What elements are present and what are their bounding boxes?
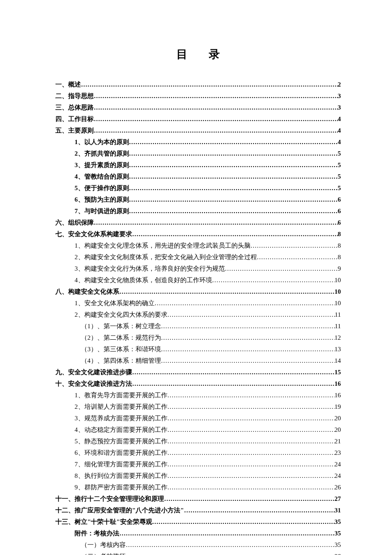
- toc-leader-dots: [94, 102, 338, 113]
- toc-entry-label: 六、组织保障: [55, 217, 94, 228]
- toc-title: 目录: [55, 47, 341, 62]
- toc-entry-label: 3、提升素质的原则: [75, 159, 129, 171]
- toc-entry-page: 10: [334, 298, 341, 309]
- toc-entry-label: 四、工作目标: [55, 113, 94, 125]
- toc-leader-dots: [167, 390, 335, 401]
- toc-entry-page: 19: [334, 401, 341, 413]
- toc-entry-label: （一）考核内容: [81, 539, 126, 551]
- toc-entry: （4）、第四体系：精细管理14: [55, 355, 341, 367]
- toc-entry: 7、细化管理方面需要开展的工作24: [55, 459, 341, 470]
- toc-entry-label: 5、便于操作的原则: [75, 182, 129, 194]
- toc-entry-page: 20: [334, 413, 341, 424]
- toc-entry-page: 5: [338, 182, 341, 194]
- toc-entry: 六、组织保障6: [55, 217, 341, 228]
- toc-entry-page: 21: [334, 436, 341, 447]
- toc-leader-dots: [167, 470, 335, 482]
- toc-entry: 十一、推行十二个安全管理理论和原理27: [55, 493, 341, 505]
- toc-entry-label: 1、教育先导方面需要开展的工作: [75, 390, 167, 401]
- toc-entry-page: 2: [338, 79, 341, 90]
- toc-entry-page: 4: [338, 125, 341, 136]
- toc-leader-dots: [152, 516, 334, 528]
- toc-entry: 3、提升素质的原则5: [55, 159, 341, 171]
- toc-entry-page: 6: [338, 217, 341, 228]
- toc-leader-dots: [212, 275, 335, 286]
- toc-entry-label: 4、构建安全文化物质体系，创造良好的工作环境: [75, 275, 212, 286]
- toc-entry-label: 5、静态预控方面需要开展的工作: [75, 436, 167, 447]
- toc-leader-dots: [167, 482, 335, 493]
- toc-entry: 1、构建安全文化理念体系，用先进的安全理念武装员工的头脑8: [55, 240, 341, 251]
- toc-entry-label: 2、构建安全文化制度体系，把安全文化融入到企业管理的全过程: [75, 251, 257, 263]
- toc-leader-dots: [161, 332, 335, 344]
- toc-leader-dots: [129, 194, 338, 205]
- toc-entry-page: 20: [334, 424, 341, 436]
- toc-entry-page: 13: [334, 344, 341, 355]
- toc-leader-dots: [129, 148, 338, 159]
- toc-leader-dots: [129, 159, 338, 171]
- toc-entry-label: 1、构建安全文化理念体系，用先进的安全理念武装员工的头脑: [75, 240, 251, 251]
- toc-leader-dots: [161, 355, 335, 367]
- document-page: 目录 一、概述2二、指导思想3三、总体思路3四、工作目标4五、主要原则41、以人…: [0, 0, 392, 555]
- toc-entry-page: 5: [338, 148, 341, 159]
- toc-entry: 4、管教结合的原则5: [55, 171, 341, 182]
- toc-entry-label: 三、总体思路: [55, 102, 94, 113]
- toc-leader-dots: [129, 182, 338, 194]
- toc-entry-label: 2、培训塑人方面需要开展的工作: [75, 401, 167, 413]
- toc-entry: 3、构建安全文化行为体系，培养良好的安全行为规范9: [55, 263, 341, 275]
- toc-entry: 附件：考核办法35: [55, 528, 341, 539]
- toc-entry-page: 31: [334, 505, 341, 516]
- toc-leader-dots: [126, 551, 334, 555]
- toc-leader-dots: [119, 528, 334, 539]
- toc-entry-page: 8: [338, 251, 341, 263]
- toc-leader-dots: [251, 240, 338, 251]
- toc-leader-dots: [167, 401, 335, 413]
- toc-entry-page: 10: [334, 286, 341, 298]
- toc-entry: （1）、第一体系：树立理念11: [55, 321, 341, 332]
- toc-entry: 8、执行到位方面需要开展的工作24: [55, 470, 341, 482]
- toc-leader-dots: [167, 459, 335, 470]
- toc-entry-page: 14: [334, 355, 341, 367]
- toc-leader-dots: [94, 125, 338, 136]
- toc-entry-label: （二）考核奖惩: [81, 551, 126, 555]
- toc-entry: 四、工作目标4: [55, 113, 341, 125]
- toc-entry-label: 九、安全文化建设推进步骤: [55, 367, 132, 378]
- toc-entry-label: （2）、第二体系：规范行为: [81, 332, 161, 344]
- toc-entry-label: 9、群防严密方面需要开展的工作: [75, 482, 167, 493]
- toc-leader-dots: [167, 413, 335, 424]
- toc-entry-label: 七、安全文化体系构建要求: [55, 228, 132, 240]
- toc-leader-dots: [119, 286, 334, 298]
- toc-entry: 三、总体思路3: [55, 102, 341, 113]
- toc-entry: 1、以人为本的原则4: [55, 136, 341, 148]
- toc-leader-dots: [164, 493, 334, 505]
- toc-list: 一、概述2二、指导思想3三、总体思路3四、工作目标4五、主要原则41、以人为本的…: [55, 79, 341, 555]
- toc-entry: 五、主要原则4: [55, 125, 341, 136]
- toc-entry-page: 35: [334, 528, 341, 539]
- toc-entry: 9、群防严密方面需要开展的工作26: [55, 482, 341, 493]
- toc-entry-label: 7、细化管理方面需要开展的工作: [75, 459, 167, 470]
- toc-entry-page: 27: [334, 493, 341, 505]
- toc-leader-dots: [257, 251, 338, 263]
- toc-entry: 4、动态稳定方面需要开展的工作20: [55, 424, 341, 436]
- toc-entry: 十二、推广应用安全管理的"八个先进小方法"31: [55, 505, 341, 516]
- toc-leader-dots: [225, 263, 338, 275]
- toc-leader-dots: [81, 79, 338, 90]
- toc-leader-dots: [161, 321, 335, 332]
- toc-entry-label: 4、管教结合的原则: [75, 171, 129, 182]
- toc-entry: 2、齐抓共管的原则5: [55, 148, 341, 159]
- toc-leader-dots: [161, 344, 335, 355]
- toc-entry-label: 十三、树立"十荣十耻"安全荣辱观: [55, 516, 152, 528]
- toc-entry: 6、环境和谐方面需要开展的工作23: [55, 447, 341, 459]
- toc-leader-dots: [94, 90, 338, 102]
- toc-entry-page: 3: [338, 102, 341, 113]
- toc-entry-label: 1、安全文化体系架构的确立: [75, 298, 155, 309]
- toc-leader-dots: [132, 378, 334, 390]
- toc-entry-page: 23: [334, 447, 341, 459]
- toc-leader-dots: [167, 436, 335, 447]
- toc-entry: （3）、第三体系：和谐环境13: [55, 344, 341, 355]
- toc-entry: 十三、树立"十荣十耻"安全荣辱观35: [55, 516, 341, 528]
- toc-entry: 七、安全文化体系构建要求8: [55, 228, 341, 240]
- toc-entry-label: 2、齐抓共管的原则: [75, 148, 129, 159]
- toc-entry-page: 35: [334, 516, 341, 528]
- toc-entry: （一）考核内容35: [55, 539, 341, 551]
- toc-entry-label: 二、指导思想: [55, 90, 94, 102]
- toc-entry-label: 4、动态稳定方面需要开展的工作: [75, 424, 167, 436]
